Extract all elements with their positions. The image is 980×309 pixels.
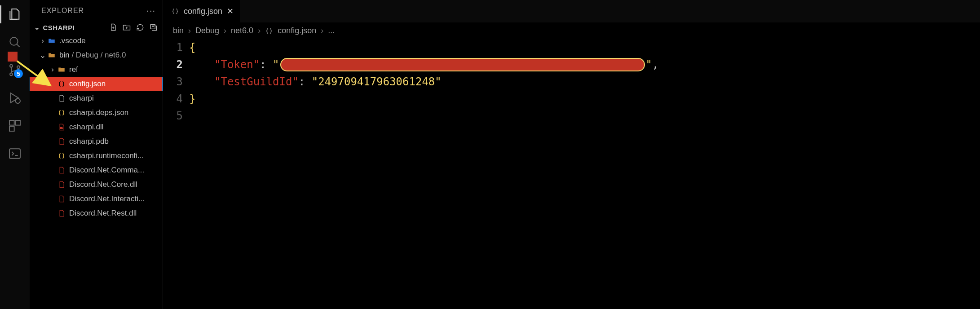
tab-bar: config.json ✕	[163, 0, 980, 22]
file-tree: › .vscode ⌄ bin / Debug / net6.0 › ref c…	[30, 34, 163, 221]
tree-file-drest[interactable]: Discord.Net.Rest.dll	[30, 206, 163, 221]
svg-point-4	[15, 98, 20, 103]
close-icon[interactable]: ✕	[227, 6, 234, 16]
json-icon	[57, 109, 66, 117]
sidebar-title: EXPLORER	[41, 7, 84, 15]
tree-file-dinter[interactable]: Discord.Net.Interacti...	[30, 192, 163, 206]
tree-folder-bin[interactable]: ⌄ bin / Debug / net6.0	[30, 48, 163, 62]
chevron-right-icon: ›	[258, 26, 260, 35]
folder-icon	[57, 66, 66, 74]
binary-icon	[57, 137, 66, 146]
search-icon	[8, 35, 22, 49]
tree-file-config[interactable]: config.json	[30, 77, 163, 91]
file-icon	[57, 94, 66, 102]
tree-file-csharpi[interactable]: csharpi	[30, 91, 163, 106]
scm-badge: 5	[14, 69, 23, 78]
svg-point-3	[17, 66, 20, 68]
tab-config-json[interactable]: config.json ✕	[163, 0, 240, 22]
tree-folder-ref[interactable]: › ref	[30, 62, 163, 77]
brace-open: {	[189, 39, 195, 56]
comma: ,	[652, 56, 658, 73]
json-icon	[171, 7, 179, 15]
tree-file-pdb[interactable]: csharpi.pdb	[30, 134, 163, 149]
new-file-icon[interactable]	[109, 23, 118, 32]
chevron-right-icon: ›	[224, 26, 226, 35]
project-header[interactable]: ⌄ CSHARPI	[30, 21, 163, 34]
files-icon	[8, 7, 22, 22]
tree-label: csharpi.deps.json	[69, 108, 128, 117]
sidebar-more-icon[interactable]: ···	[146, 5, 155, 16]
breadcrumb-seg[interactable]: ...	[328, 26, 335, 35]
line-number: 4	[163, 90, 183, 107]
line-number: 1	[163, 39, 183, 56]
tree-label: ref	[69, 65, 78, 74]
json-icon	[57, 80, 66, 88]
brace-close: }	[189, 90, 195, 107]
folder-open-icon	[48, 51, 56, 59]
tree-label: csharpi.runtimeconfi...	[69, 151, 144, 160]
breadcrumb-seg[interactable]: Debug	[195, 26, 219, 35]
svg-rect-6	[15, 120, 20, 125]
activity-terminal[interactable]	[6, 145, 24, 163]
activity-run[interactable]	[6, 89, 24, 107]
svg-text:01: 01	[60, 127, 63, 129]
chevron-right-icon: ›	[49, 65, 57, 74]
activity-scm[interactable]: 5	[6, 61, 24, 79]
breadcrumb-seg[interactable]: net6.0	[231, 26, 253, 35]
tree-file-dll[interactable]: 01 csharpi.dll	[30, 120, 163, 134]
chevron-right-icon: ›	[321, 26, 323, 35]
tree-file-deps[interactable]: csharpi.deps.json	[30, 106, 163, 120]
play-bug-icon	[8, 91, 22, 105]
json-string: "249709417963061248"	[312, 73, 441, 90]
svg-rect-8	[9, 149, 20, 158]
tree-file-dcomm[interactable]: Discord.Net.Comma...	[30, 163, 163, 177]
collapse-all-icon[interactable]	[149, 23, 158, 32]
tree-label: Discord.Net.Comma...	[69, 166, 144, 175]
refresh-icon[interactable]	[136, 23, 145, 32]
activity-bar: 5	[0, 0, 30, 309]
code-body[interactable]: { "Token" : " " , "TestGuildId" : "2	[189, 39, 976, 124]
tree-label: Discord.Net.Interacti...	[69, 194, 145, 203]
tree-file-runtime[interactable]: csharpi.runtimeconfi...	[30, 149, 163, 163]
breadcrumb[interactable]: bin › Debug › net6.0 › config.json › ...	[163, 22, 980, 39]
sidebar-explorer: EXPLORER ··· ⌄ CSHARPI › .vscode ⌄	[30, 0, 163, 309]
json-key: "Token"	[214, 56, 260, 73]
tree-label: .vscode	[59, 36, 86, 45]
colon: :	[260, 56, 266, 73]
tree-label: csharpi	[69, 94, 94, 103]
line-number: 3	[163, 73, 183, 90]
activity-search[interactable]	[6, 33, 24, 51]
tree-label: bin / Debug / net6.0	[59, 51, 126, 60]
extensions-icon	[8, 119, 22, 133]
project-name: CSHARPI	[43, 24, 109, 31]
redacted-token	[280, 58, 645, 71]
activity-extensions[interactable]	[6, 117, 24, 135]
line-gutter: 1 2 3 4 5	[163, 39, 189, 124]
json-icon	[57, 152, 66, 160]
json-key: "TestGuildId"	[214, 73, 299, 90]
quote: "	[273, 56, 279, 73]
activity-explorer[interactable]	[6, 5, 24, 23]
binary-icon: 01	[57, 123, 66, 131]
chevron-right-icon: ›	[188, 26, 191, 35]
editor-area: config.json ✕ bin › Debug › net6.0 › con…	[163, 0, 980, 309]
breadcrumb-seg[interactable]: bin	[173, 26, 184, 35]
svg-point-1	[10, 65, 13, 67]
tree-label: csharpi.dll	[69, 123, 104, 132]
breadcrumb-seg[interactable]: config.json	[278, 26, 316, 35]
svg-rect-7	[9, 126, 14, 131]
svg-point-2	[10, 73, 13, 75]
quote: "	[646, 56, 652, 73]
binary-icon	[57, 166, 66, 174]
colon: :	[299, 73, 305, 90]
tree-file-dcore[interactable]: Discord.Net.Core.dll	[30, 177, 163, 192]
tree-folder-vscode[interactable]: › .vscode	[30, 34, 163, 48]
code-editor[interactable]: 1 2 3 4 5 { "Token" : " " ,	[163, 39, 980, 124]
minimap[interactable]	[976, 39, 980, 124]
json-icon	[265, 27, 273, 35]
new-folder-icon[interactable]	[122, 23, 131, 32]
tree-label: csharpi.pdb	[69, 137, 109, 146]
binary-icon	[57, 195, 66, 203]
chevron-right-icon: ›	[39, 36, 47, 45]
tree-label: Discord.Net.Core.dll	[69, 180, 137, 189]
